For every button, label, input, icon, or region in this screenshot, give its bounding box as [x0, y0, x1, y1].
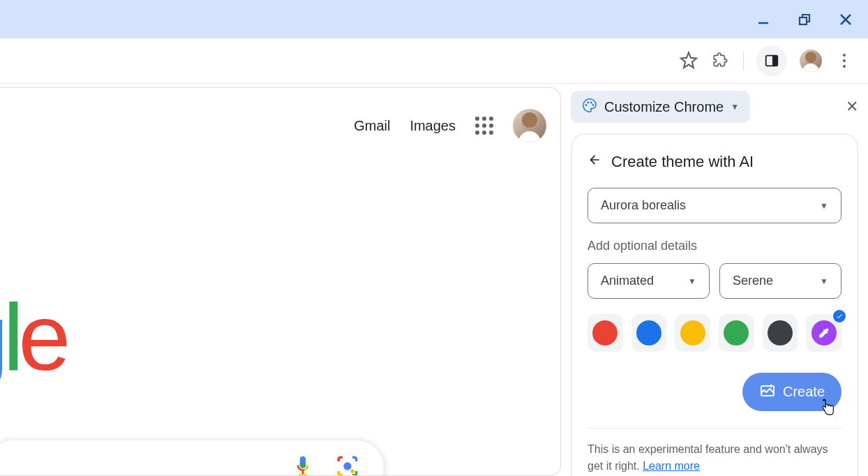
- chevron-down-icon: ▼: [820, 276, 828, 286]
- profile-avatar[interactable]: [800, 50, 822, 72]
- create-button-label: Create: [783, 384, 825, 400]
- google-apps-icon[interactable]: [475, 117, 493, 135]
- mood-select[interactable]: Serene ▼: [719, 263, 841, 299]
- color-swatch-yellow[interactable]: [675, 314, 710, 352]
- chrome-menu-icon[interactable]: [835, 51, 854, 70]
- account-avatar[interactable]: [513, 109, 546, 142]
- create-button[interactable]: Create: [742, 373, 841, 411]
- sidepanel-selector-label: Customize Chrome: [604, 99, 724, 115]
- svg-point-11: [590, 102, 592, 104]
- customize-chrome-sidepanel: Customize Chrome ▼ ✕ Create theme with A…: [561, 84, 868, 476]
- back-arrow-icon[interactable]: [588, 153, 601, 171]
- style-value: Animated: [601, 274, 654, 288]
- color-swatch-green[interactable]: [719, 314, 754, 352]
- new-tab-page: Gmail Images ogle: [0, 87, 561, 476]
- color-swatch-red[interactable]: [588, 314, 623, 352]
- extensions-icon[interactable]: [711, 51, 731, 70]
- sidepanel-selector-chip[interactable]: Customize Chrome ▼: [571, 91, 750, 123]
- optional-details-label: Add optional details: [588, 239, 841, 253]
- restore-button[interactable]: [796, 11, 813, 28]
- browser-toolbar: [0, 38, 868, 84]
- svg-rect-1: [800, 17, 807, 24]
- color-swatch-custom[interactable]: [806, 314, 841, 352]
- create-theme-card: Create theme with AI Aurora borealis ▼ A…: [571, 133, 858, 476]
- svg-point-7: [343, 462, 351, 470]
- color-swatch-blue[interactable]: [631, 314, 667, 352]
- palette-icon: [582, 98, 597, 116]
- window-titlebar: [0, 0, 868, 38]
- subject-select[interactable]: Aurora borealis ▼: [588, 188, 841, 223]
- voice-search-icon[interactable]: [291, 454, 315, 476]
- disclaimer-text: This is an experimental feature and won'…: [588, 441, 841, 475]
- main-area: Gmail Images ogle: [0, 84, 868, 476]
- learn-more-link[interactable]: Learn more: [643, 460, 700, 472]
- bookmark-star-icon[interactable]: [679, 51, 698, 70]
- divider: [588, 428, 841, 429]
- cursor-pointer-icon: [820, 399, 835, 417]
- svg-point-12: [592, 104, 594, 106]
- chevron-down-icon: ▼: [731, 102, 739, 112]
- google-logo: ogle: [0, 283, 65, 392]
- svg-point-10: [587, 102, 589, 104]
- color-swatch-gray[interactable]: [763, 314, 798, 352]
- close-button[interactable]: [837, 11, 854, 28]
- svg-point-9: [585, 104, 588, 106]
- subject-value: Aurora borealis: [601, 198, 686, 213]
- toolbar-separator: [743, 51, 744, 70]
- color-row: [588, 314, 841, 352]
- chevron-down-icon: ▼: [688, 276, 696, 286]
- search-box[interactable]: [0, 440, 384, 476]
- chevron-down-icon: ▼: [820, 201, 828, 211]
- sidepanel-close-button[interactable]: ✕: [846, 98, 858, 116]
- selected-check-icon: [833, 310, 846, 322]
- style-select[interactable]: Animated ▼: [588, 263, 710, 299]
- eyedropper-icon: [811, 320, 837, 345]
- lens-search-icon[interactable]: [336, 454, 359, 476]
- sidepanel-toggle-button[interactable]: [756, 45, 787, 76]
- svg-rect-5: [772, 56, 777, 66]
- ntp-header: Gmail Images: [354, 109, 546, 142]
- images-link[interactable]: Images: [410, 118, 456, 134]
- minimize-button[interactable]: [755, 11, 772, 28]
- sparkle-image-icon: [759, 382, 776, 402]
- panel-title: Create theme with AI: [611, 153, 754, 171]
- mood-value: Serene: [733, 274, 773, 288]
- gmail-link[interactable]: Gmail: [354, 118, 390, 134]
- svg-point-8: [350, 469, 354, 473]
